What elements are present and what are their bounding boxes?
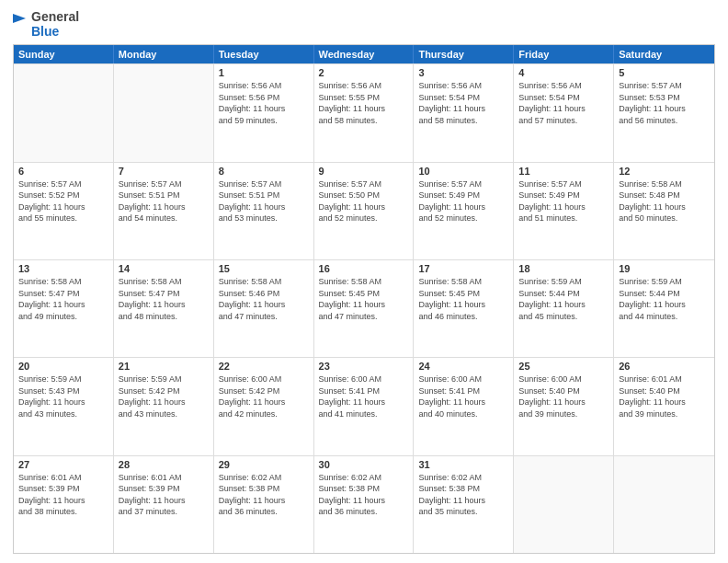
logo-general-label: General [31, 9, 79, 24]
calendar-cell [514, 456, 614, 553]
cell-info: Sunrise: 5:58 AM Sunset: 5:45 PM Dayligh… [418, 276, 508, 322]
cell-day-number: 16 [319, 263, 409, 274]
cell-info: Sunrise: 6:00 AM Sunset: 5:42 PM Dayligh… [219, 373, 309, 419]
cell-info: Sunrise: 5:58 AM Sunset: 5:48 PM Dayligh… [619, 178, 710, 224]
calendar-cell: 3Sunrise: 5:56 AM Sunset: 5:54 PM Daylig… [414, 64, 514, 161]
cell-day-number: 18 [518, 263, 609, 274]
cell-info: Sunrise: 5:57 AM Sunset: 5:50 PM Dayligh… [319, 178, 409, 224]
cell-info: Sunrise: 6:00 AM Sunset: 5:41 PM Dayligh… [418, 373, 508, 419]
cell-day-number: 8 [219, 166, 309, 177]
calendar-body: 1Sunrise: 5:56 AM Sunset: 5:56 PM Daylig… [14, 63, 714, 553]
calendar-cell: 28Sunrise: 6:01 AM Sunset: 5:39 PM Dayli… [114, 456, 214, 553]
calendar-cell: 13Sunrise: 5:58 AM Sunset: 5:47 PM Dayli… [14, 260, 114, 357]
calendar-cell: 23Sunrise: 6:00 AM Sunset: 5:41 PM Dayli… [314, 358, 415, 454]
cell-day-number: 6 [18, 166, 108, 177]
cell-info: Sunrise: 5:57 AM Sunset: 5:52 PM Dayligh… [18, 178, 108, 224]
cell-info: Sunrise: 6:02 AM Sunset: 5:38 PM Dayligh… [319, 472, 409, 518]
cell-info: Sunrise: 5:57 AM Sunset: 5:49 PM Dayligh… [418, 178, 508, 224]
cell-info: Sunrise: 5:58 AM Sunset: 5:47 PM Dayligh… [18, 276, 108, 322]
calendar-cell: 14Sunrise: 5:58 AM Sunset: 5:47 PM Dayli… [114, 260, 214, 357]
cell-day-number: 22 [219, 361, 309, 372]
cell-day-number: 31 [418, 459, 508, 470]
calendar-cell: 16Sunrise: 5:58 AM Sunset: 5:45 PM Dayli… [314, 260, 415, 357]
cell-info: Sunrise: 6:01 AM Sunset: 5:40 PM Dayligh… [619, 373, 710, 419]
cell-day-number: 7 [119, 166, 209, 177]
calendar-cell: 24Sunrise: 6:00 AM Sunset: 5:41 PM Dayli… [414, 358, 514, 454]
cell-day-number: 21 [119, 361, 209, 372]
cell-info: Sunrise: 6:02 AM Sunset: 5:38 PM Dayligh… [219, 472, 309, 518]
cell-day-number: 5 [619, 67, 710, 78]
cell-info: Sunrise: 5:57 AM Sunset: 5:51 PM Dayligh… [219, 178, 309, 224]
cell-day-number: 19 [619, 263, 710, 274]
cell-info: Sunrise: 5:56 AM Sunset: 5:55 PM Dayligh… [319, 80, 409, 126]
cell-day-number: 23 [319, 361, 409, 372]
cell-day-number: 13 [18, 263, 108, 274]
cell-info: Sunrise: 5:59 AM Sunset: 5:44 PM Dayligh… [518, 276, 609, 322]
calendar-cell: 27Sunrise: 6:01 AM Sunset: 5:39 PM Dayli… [14, 456, 114, 553]
weekday-header-saturday: Saturday [614, 45, 714, 63]
cell-day-number: 24 [418, 361, 508, 372]
calendar-cell: 26Sunrise: 6:01 AM Sunset: 5:40 PM Dayli… [614, 358, 714, 454]
cell-info: Sunrise: 6:00 AM Sunset: 5:40 PM Dayligh… [518, 373, 609, 419]
weekday-header-tuesday: Tuesday [214, 45, 314, 63]
cell-info: Sunrise: 5:57 AM Sunset: 5:49 PM Dayligh… [518, 178, 609, 224]
calendar-cell [614, 456, 714, 553]
cell-day-number: 3 [418, 67, 508, 78]
cell-info: Sunrise: 5:58 AM Sunset: 5:47 PM Dayligh… [119, 276, 209, 322]
calendar-row-4: 20Sunrise: 5:59 AM Sunset: 5:43 PM Dayli… [14, 357, 714, 454]
cell-day-number: 26 [619, 361, 710, 372]
calendar-row-1: 1Sunrise: 5:56 AM Sunset: 5:56 PM Daylig… [14, 63, 714, 161]
calendar-cell: 1Sunrise: 5:56 AM Sunset: 5:56 PM Daylig… [214, 64, 314, 161]
cell-day-number: 14 [119, 263, 209, 274]
calendar-cell: 15Sunrise: 5:58 AM Sunset: 5:46 PM Dayli… [214, 260, 314, 357]
cell-info: Sunrise: 5:59 AM Sunset: 5:44 PM Dayligh… [619, 276, 710, 322]
calendar-cell: 22Sunrise: 6:00 AM Sunset: 5:42 PM Dayli… [214, 358, 314, 454]
header: GeneralBlue [13, 9, 715, 39]
cell-day-number: 11 [518, 166, 609, 177]
cell-day-number: 4 [518, 67, 609, 78]
cell-info: Sunrise: 5:56 AM Sunset: 5:56 PM Dayligh… [219, 80, 309, 126]
logo: GeneralBlue [13, 9, 79, 39]
cell-day-number: 28 [119, 459, 209, 470]
cell-info: Sunrise: 6:02 AM Sunset: 5:38 PM Dayligh… [418, 472, 508, 518]
calendar-cell: 17Sunrise: 5:58 AM Sunset: 5:45 PM Dayli… [414, 260, 514, 357]
cell-day-number: 1 [219, 67, 309, 78]
calendar: SundayMondayTuesdayWednesdayThursdayFrid… [13, 44, 715, 554]
cell-day-number: 30 [319, 459, 409, 470]
weekday-header-monday: Monday [114, 45, 214, 63]
calendar-cell: 25Sunrise: 6:00 AM Sunset: 5:40 PM Dayli… [514, 358, 614, 454]
calendar-cell: 9Sunrise: 5:57 AM Sunset: 5:50 PM Daylig… [314, 163, 415, 259]
calendar-cell: 10Sunrise: 5:57 AM Sunset: 5:49 PM Dayli… [414, 163, 514, 259]
calendar-cell: 8Sunrise: 5:57 AM Sunset: 5:51 PM Daylig… [214, 163, 314, 259]
page: GeneralBlue SundayMondayTuesdayWednesday… [0, 0, 728, 563]
cell-info: Sunrise: 6:01 AM Sunset: 5:39 PM Dayligh… [18, 472, 108, 518]
weekday-header-wednesday: Wednesday [314, 45, 415, 63]
cell-info: Sunrise: 5:57 AM Sunset: 5:51 PM Dayligh… [119, 178, 209, 224]
calendar-row-5: 27Sunrise: 6:01 AM Sunset: 5:39 PM Dayli… [14, 455, 714, 553]
cell-day-number: 2 [319, 67, 409, 78]
cell-info: Sunrise: 5:56 AM Sunset: 5:54 PM Dayligh… [518, 80, 609, 126]
calendar-cell: 19Sunrise: 5:59 AM Sunset: 5:44 PM Dayli… [614, 260, 714, 357]
cell-info: Sunrise: 5:57 AM Sunset: 5:53 PM Dayligh… [619, 80, 710, 126]
svg-marker-0 [13, 14, 26, 23]
logo-blue-label: Blue [31, 24, 79, 39]
cell-info: Sunrise: 6:01 AM Sunset: 5:39 PM Dayligh… [119, 472, 209, 518]
calendar-cell [14, 64, 114, 161]
cell-day-number: 27 [18, 459, 108, 470]
cell-day-number: 9 [319, 166, 409, 177]
calendar-cell [114, 64, 214, 161]
calendar-row-2: 6Sunrise: 5:57 AM Sunset: 5:52 PM Daylig… [14, 162, 714, 259]
calendar-cell: 21Sunrise: 5:59 AM Sunset: 5:42 PM Dayli… [114, 358, 214, 454]
calendar-cell: 12Sunrise: 5:58 AM Sunset: 5:48 PM Dayli… [614, 163, 714, 259]
weekday-header-friday: Friday [514, 45, 614, 63]
calendar-cell: 18Sunrise: 5:59 AM Sunset: 5:44 PM Dayli… [514, 260, 614, 357]
weekday-header-thursday: Thursday [414, 45, 514, 63]
logo-bird-icon [13, 14, 29, 34]
calendar-cell: 31Sunrise: 6:02 AM Sunset: 5:38 PM Dayli… [414, 456, 514, 553]
calendar-cell: 11Sunrise: 5:57 AM Sunset: 5:49 PM Dayli… [514, 163, 614, 259]
cell-day-number: 20 [18, 361, 108, 372]
cell-info: Sunrise: 5:59 AM Sunset: 5:43 PM Dayligh… [18, 373, 108, 419]
calendar-cell: 30Sunrise: 6:02 AM Sunset: 5:38 PM Dayli… [314, 456, 415, 553]
cell-info: Sunrise: 5:59 AM Sunset: 5:42 PM Dayligh… [119, 373, 209, 419]
cell-info: Sunrise: 5:58 AM Sunset: 5:46 PM Dayligh… [219, 276, 309, 322]
